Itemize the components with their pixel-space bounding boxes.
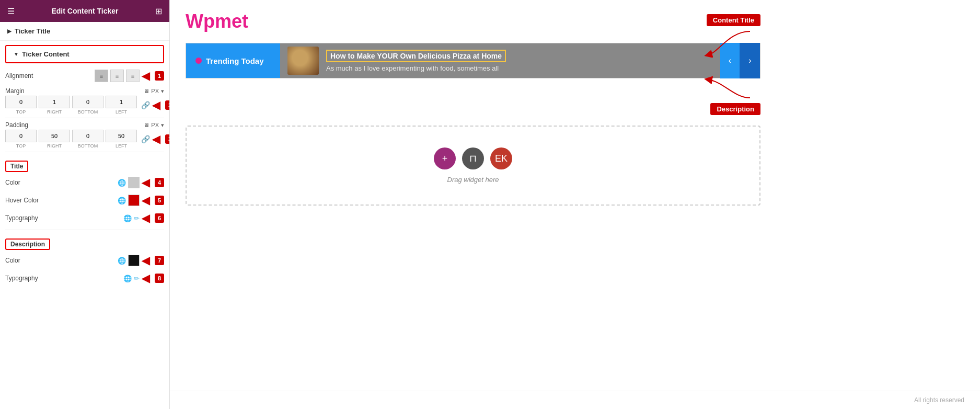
desc-color-row: Color 🌐 ◀ 7: [5, 254, 164, 267]
hamburger-icon[interactable]: ☰: [7, 6, 15, 16]
title-typography-row: Typography 🌐 ✏ ◀ 6: [5, 212, 164, 224]
desc-typography-globe-icon[interactable]: 🌐: [123, 275, 132, 282]
ticker-label-text: Trending Today: [206, 56, 264, 65]
margin-bottom-input[interactable]: [72, 96, 103, 108]
ticker-content-label: Ticker Content: [22, 50, 70, 58]
panel-body: Alignment ≡ ≡ ≡ ◀ 1 Margin 🖥 PX ▾: [0, 66, 169, 409]
padding-link-icon[interactable]: 🔗: [141, 135, 150, 143]
title-color-globe-icon[interactable]: 🌐: [118, 179, 126, 187]
margin-unit-arrow: ▾: [161, 88, 164, 95]
title-subsection: Title Color 🌐 ◀ 4 Hover Color 🌐 ◀: [5, 155, 164, 224]
margin-row: Margin 🖥 PX ▾ TOP RIGHT BOTTO: [5, 87, 164, 115]
annotation-arrow-5: ◀: [142, 194, 149, 207]
badge-6: 6: [155, 213, 164, 223]
main-area: Wpmet Content Title Trending Today: [170, 0, 980, 409]
footer: All rights reserved: [170, 391, 980, 409]
margin-inputs: TOP RIGHT BOTTOM LEFT 🔗 ◀ 2: [5, 96, 164, 115]
margin-top-input[interactable]: [5, 96, 37, 108]
badge-4: 4: [155, 178, 164, 187]
description-subsection-header: Description: [5, 238, 50, 250]
title-typography-pencil-icon[interactable]: ✏: [134, 214, 140, 222]
description-badge: Description: [710, 103, 760, 115]
margin-link-icon[interactable]: 🔗: [141, 101, 150, 109]
title-typography-globe-icon[interactable]: 🌐: [123, 214, 132, 222]
left-panel: ☰ Edit Content Ticker ⊞ ▶ Ticker Title ▼…: [0, 0, 170, 409]
desc-color-globe-icon[interactable]: 🌐: [118, 257, 126, 265]
margin-label: Margin: [5, 87, 25, 95]
desc-color-controls: 🌐 ◀ 7: [118, 254, 164, 267]
content-title-badge: Content Title: [707, 14, 760, 26]
description-subsection: Description Color 🌐 ◀ 7 Typography 🌐 ✏ ◀: [5, 233, 164, 285]
title-hover-color-swatch[interactable]: [128, 195, 140, 206]
folder-button[interactable]: ⊓: [462, 147, 484, 169]
badge-8: 8: [155, 274, 164, 283]
align-left-button[interactable]: ≡: [95, 70, 108, 82]
title-typography-label: Typography: [5, 214, 123, 222]
description-annotation: Description: [698, 72, 760, 115]
margin-left-label: LEFT: [116, 109, 127, 115]
desc-color-swatch[interactable]: [128, 255, 140, 266]
padding-label: Padding: [5, 121, 28, 129]
ticker-title-label: Ticker Title: [15, 27, 50, 35]
ticker-title-section[interactable]: ▶ Ticker Title: [0, 22, 169, 41]
drag-icons: + ⊓ EK: [434, 147, 512, 169]
badge-7: 7: [155, 256, 164, 265]
padding-bottom-input[interactable]: [72, 130, 103, 142]
annotation-arrow-7: ◀: [142, 254, 149, 267]
ticker-dot: [195, 58, 202, 64]
ticker-content-title: How to Make YOUR Own Delicious Pizza at …: [326, 50, 506, 62]
title-color-row: Color 🌐 ◀ 4: [5, 176, 164, 189]
ticker-thumb-image: [287, 47, 319, 75]
desc-typography-row: Typography 🌐 ✏ ◀ 8: [5, 272, 164, 285]
title-hover-color-controls: 🌐 ◀ 5: [118, 194, 164, 207]
template-button[interactable]: EK: [490, 147, 512, 169]
ticker-text-block: How to Make YOUR Own Delicious Pizza at …: [326, 50, 506, 72]
padding-unit: PX: [151, 122, 159, 128]
margin-responsive-icon: 🖥: [143, 88, 149, 94]
align-right-button[interactable]: ≡: [126, 70, 140, 82]
ticker-content-section[interactable]: ▼ Ticker Content: [5, 45, 164, 63]
padding-right-label: RIGHT: [47, 143, 62, 149]
description-arrow-svg: [698, 72, 760, 103]
title-hover-globe-icon[interactable]: 🌐: [118, 197, 126, 204]
padding-row: Padding 🖥 PX ▾ TOP RIGHT BOTT: [5, 121, 164, 149]
ticker-section: Content Title Trending Today How to Mak: [186, 43, 760, 78]
annotation-arrow-2: ◀: [152, 99, 160, 111]
annotation-arrow-6: ◀: [142, 212, 149, 224]
badge-5: 5: [155, 196, 164, 205]
content-title-annotation: Content Title: [698, 14, 760, 58]
margin-bottom-group: BOTTOM: [72, 96, 103, 115]
margin-left-input[interactable]: [106, 96, 137, 108]
padding-left-group: LEFT: [106, 130, 137, 149]
padding-top-input[interactable]: [5, 130, 37, 142]
title-color-swatch[interactable]: [128, 177, 140, 188]
padding-responsive-icon: 🖥: [143, 122, 149, 128]
drag-widget-text: Drag widget here: [447, 176, 499, 184]
annotation-arrow-1: ◀: [142, 70, 149, 82]
grid-icon[interactable]: ⊞: [155, 6, 162, 16]
badge-3: 3: [165, 134, 170, 144]
drag-widget-area[interactable]: + ⊓ EK Drag widget here: [186, 126, 760, 206]
footer-text: All rights reserved: [914, 396, 964, 404]
padding-inputs: TOP RIGHT BOTTOM LEFT 🔗 ◀ 3: [5, 130, 164, 149]
ticker-content-desc: As much as I love experimenting with foo…: [326, 64, 506, 72]
padding-left-input[interactable]: [106, 130, 137, 142]
margin-unit: PX: [151, 88, 159, 94]
desc-typography-controls: 🌐 ✏ ◀ 8: [123, 272, 164, 285]
add-widget-button[interactable]: +: [434, 147, 456, 169]
panel-header: ☰ Edit Content Ticker ⊞: [0, 0, 169, 22]
title-color-controls: 🌐 ◀ 4: [118, 176, 164, 189]
ticker-thumbnail: [287, 47, 319, 75]
content-title-arrow-svg: [698, 26, 760, 58]
padding-right-input[interactable]: [39, 130, 70, 142]
desc-typography-label: Typography: [5, 275, 123, 282]
badge-1: 1: [155, 71, 164, 81]
margin-right-label: RIGHT: [47, 109, 62, 115]
margin-right-input[interactable]: [39, 96, 70, 108]
ticker-bar: Trending Today How to Make YOUR Own Deli…: [186, 43, 760, 78]
align-center-button[interactable]: ≡: [110, 70, 124, 82]
padding-bottom-label: BOTTOM: [78, 143, 98, 149]
main-content: Wpmet Content Title Trending Today: [170, 0, 980, 391]
desc-typography-pencil-icon[interactable]: ✏: [134, 275, 140, 282]
padding-top-label: TOP: [16, 143, 26, 149]
